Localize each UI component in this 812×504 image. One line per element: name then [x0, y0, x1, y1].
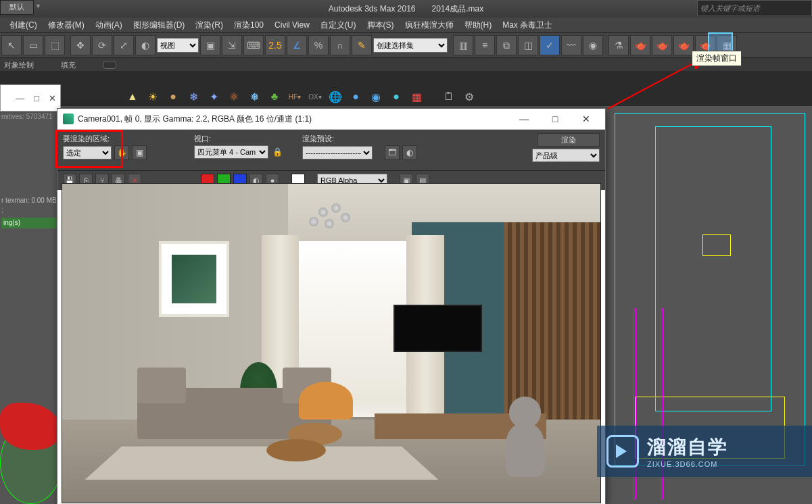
align-icon[interactable]: ≡ [475, 35, 495, 55]
render-output-image [62, 183, 601, 503]
move-icon[interactable]: ✥ [70, 35, 91, 55]
angle-snap-icon[interactable]: ∠ [287, 35, 307, 55]
viewport-lock-icon[interactable]: 🔒 [271, 146, 283, 158]
select-object-icon[interactable]: ▭ [23, 35, 43, 55]
spinner-snap-icon[interactable]: ∩ [330, 35, 350, 55]
primitive-count: mitives: 5703471 [1, 112, 57, 122]
viewport-label: 视口: [194, 134, 283, 144]
menu-graph-editors[interactable]: 图形编辑器(D) [129, 18, 189, 32]
aux-maximize-icon[interactable]: □ [34, 93, 39, 103]
render-area-dropdown[interactable]: 选定 [63, 146, 112, 159]
viewport-group: 视口: 四元菜单 4 - Cam 🔒 [194, 134, 283, 159]
placement-icon[interactable]: ◐ [135, 35, 156, 55]
aux-close-icon[interactable]: ✕ [49, 93, 56, 103]
workspace-dropdown-icon[interactable]: ▼ [35, 3, 41, 9]
watermark-play-icon [606, 435, 639, 468]
render-minimize-icon[interactable]: — [510, 110, 538, 128]
light-cone-icon[interactable]: ▲ [125, 89, 140, 104]
app-title: Autodesk 3ds Max 2016 2014成品.max [329, 3, 483, 15]
refcoord-dropdown[interactable]: 视图 [157, 38, 199, 53]
keyboard-shortcut-icon[interactable]: ⌨ [243, 35, 264, 55]
aux-minimize-icon[interactable]: — [16, 93, 24, 103]
helper-hf-icon[interactable]: HF▾ [287, 89, 302, 104]
render-production-icon[interactable]: 🫖 [652, 35, 672, 55]
menu-render100[interactable]: 渲染100 [230, 18, 268, 32]
viewport-dropdown[interactable]: 四元菜单 4 - Cam [194, 145, 268, 159]
render-iterative-icon[interactable]: 🫖 [673, 35, 694, 55]
render-toolbar-1: 要渲染的区域: 选定 ✋ ▣ 视口: 四元菜单 4 - Cam 🔒 渲染预设: … [57, 130, 605, 170]
curve-editor-icon[interactable]: ✓ [540, 35, 560, 55]
title-bar: 默认 ▼ Autodesk 3ds Max 2016 2014成品.max 键入… [0, 0, 812, 18]
sphere-icon[interactable]: ● [166, 89, 181, 104]
render-button[interactable]: 渲染 [538, 133, 600, 147]
subbar-fill[interactable]: 填充 [61, 60, 76, 70]
particle2-icon[interactable]: ✦ [206, 89, 221, 104]
calculator-icon[interactable]: 🗒 [441, 89, 456, 104]
render-setup-icon[interactable]: ⚗ [608, 35, 629, 55]
render-area-group: 要渲染的区域: 选定 ✋ ▣ [63, 134, 147, 160]
menu-create[interactable]: 创建(C) [5, 18, 41, 32]
snow-icon[interactable]: ❅ [247, 89, 262, 104]
globe-blue-icon[interactable]: ● [348, 89, 363, 104]
globe-link-icon[interactable]: ◉ [368, 89, 383, 104]
menu-animation[interactable]: 动画(A) [91, 18, 126, 32]
render-maximize-icon[interactable]: □ [542, 110, 569, 128]
render-setup-icon2[interactable]: 🗔 [385, 145, 400, 160]
search-input[interactable]: 键入关键字或短语 [697, 0, 812, 16]
menu-maxscript[interactable]: 脚本(S) [363, 18, 398, 32]
loading-status: ing(s) [1, 218, 57, 228]
select-link-icon[interactable]: ↖ [1, 35, 22, 55]
menu-plugin2[interactable]: Max 杀毒卫士 [498, 18, 556, 32]
helper-ox-icon[interactable]: OX▾ [308, 89, 323, 104]
particle-icon[interactable]: ❄ [186, 89, 201, 104]
percent-snap-icon[interactable]: % [308, 35, 329, 55]
preset-group: 渲染预设: ------------------------- 🗔 ◐ [302, 134, 417, 160]
workspace-tab-default[interactable]: 默认 [0, 0, 34, 15]
watermark-brand: 溜溜自学 [647, 434, 728, 460]
subbar-object-paint[interactable]: 对象绘制 [4, 60, 34, 70]
render-window-title: Camera001, 帧 0, 显示 Gamma: 2.2, RGBA 颜色 1… [78, 114, 506, 125]
tooltip-rendered-frame: 渲染帧窗口 [692, 51, 742, 66]
preset-dropdown[interactable]: ------------------------- [302, 146, 373, 159]
menu-help[interactable]: 帮助(H) [460, 18, 496, 32]
menu-bar: 创建(C) 修改器(M) 动画(A) 图形编辑器(D) 渲染(R) 渲染100 … [0, 18, 812, 33]
snap-toggle-3d-icon[interactable]: 2.5 [265, 35, 285, 55]
atom-icon[interactable]: ⚛ [226, 89, 241, 104]
schematic-view-icon[interactable]: 〰 [561, 35, 581, 55]
rendered-room-scene [62, 184, 600, 503]
material-editor-icon[interactable]: ◉ [583, 35, 603, 55]
scale-icon[interactable]: ⤢ [114, 35, 134, 55]
texman-memory: r texman: 0.00 MB [1, 196, 57, 205]
settings-icon[interactable]: ⚙ [462, 89, 477, 104]
grass-icon[interactable]: ♣ [267, 89, 282, 104]
render-window-titlebar[interactable]: Camera001, 帧 0, 显示 Gamma: 2.2, RGBA 颜色 1… [57, 109, 605, 130]
menu-modifiers[interactable]: 修改器(M) [44, 18, 89, 32]
environment-icon[interactable]: ◐ [402, 145, 417, 160]
sphere-cyan-icon[interactable]: ● [389, 89, 404, 104]
fill-toggle-icon[interactable] [103, 61, 116, 69]
preset-label: 渲染预设: [302, 134, 417, 144]
select-region-icon[interactable]: ⬚ [45, 35, 65, 55]
rotate-icon[interactable]: ⟳ [92, 35, 112, 55]
auto-region-icon[interactable]: ▣ [132, 145, 147, 160]
earth-icon[interactable]: 🌐 [328, 89, 343, 104]
mirror-icon[interactable]: ▥ [453, 35, 473, 55]
toggle-ribbon-icon[interactable]: ◫ [518, 35, 538, 55]
menu-customize[interactable]: 自定义(U) [316, 18, 360, 32]
light-sun-icon[interactable]: ☀ [145, 89, 160, 104]
render-app-icon [63, 114, 74, 124]
menu-rendering[interactable]: 渲染(R) [191, 18, 227, 32]
render-quality-dropdown[interactable]: 产品级 [532, 149, 600, 162]
region-select-icon[interactable]: ▦ [409, 89, 424, 104]
edit-region-icon[interactable]: ✋ [114, 145, 129, 160]
menu-civilview[interactable]: Civil View [270, 19, 314, 31]
select-manipulate-icon[interactable]: ⇲ [222, 35, 242, 55]
menu-plugin1[interactable]: 疯狂模渲大师 [401, 18, 458, 32]
named-selection-dropdown[interactable]: 创建选择集 [373, 38, 448, 53]
use-pivot-icon[interactable]: ▣ [200, 35, 220, 55]
edit-named-sel-icon[interactable]: ✎ [352, 35, 372, 55]
texman-blank: ; [1, 205, 57, 215]
render-close-icon[interactable]: ✕ [573, 110, 600, 128]
layer-explorer-icon[interactable]: ⧉ [496, 35, 517, 55]
rendered-frame-window-icon[interactable]: 🫖 [630, 35, 650, 55]
